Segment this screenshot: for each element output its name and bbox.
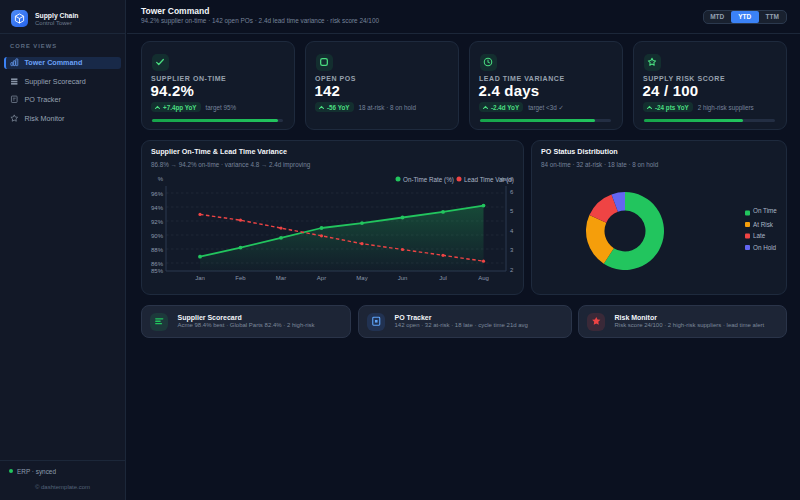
svg-text:5: 5 <box>510 208 514 214</box>
svg-text:On Time: On Time <box>753 207 777 214</box>
svg-text:%: % <box>158 176 164 182</box>
svg-text:90%: 90% <box>151 233 164 239</box>
svg-text:At Risk: At Risk <box>753 221 774 228</box>
svg-text:On Hold: On Hold <box>753 244 777 251</box>
svg-text:2: 2 <box>510 267 514 273</box>
svg-text:94%: 94% <box>151 205 164 211</box>
svg-text:88%: 88% <box>151 247 164 253</box>
svg-text:96%: 96% <box>151 191 164 197</box>
svg-text:days: days <box>500 176 513 182</box>
svg-text:92%: 92% <box>151 219 164 225</box>
svg-text:On-Time Rate (%): On-Time Rate (%) <box>403 176 454 184</box>
svg-text:Apr: Apr <box>317 275 326 281</box>
svg-text:Aug: Aug <box>478 275 489 281</box>
svg-text:Feb: Feb <box>235 275 246 281</box>
svg-text:Late: Late <box>753 232 766 239</box>
svg-text:4: 4 <box>510 228 514 234</box>
svg-text:Jan: Jan <box>195 275 205 281</box>
svg-text:85%: 85% <box>151 268 164 274</box>
svg-text:3: 3 <box>510 247 514 253</box>
svg-text:86%: 86% <box>151 261 164 267</box>
svg-text:6: 6 <box>510 189 514 195</box>
svg-text:Jun: Jun <box>398 275 408 281</box>
svg-text:Jul: Jul <box>439 275 447 281</box>
svg-text:Mar: Mar <box>276 275 286 281</box>
svg-text:May: May <box>356 275 367 281</box>
